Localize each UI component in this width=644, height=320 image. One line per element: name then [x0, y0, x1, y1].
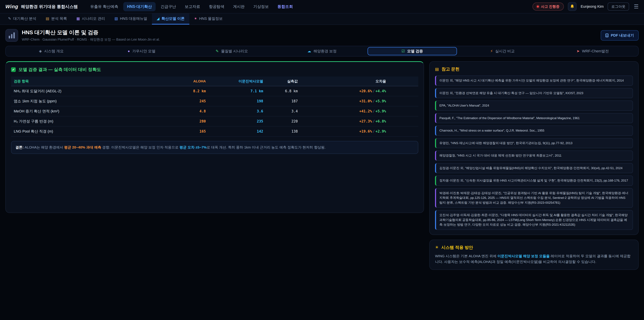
error-aloha: +20.6%	[359, 89, 372, 93]
cell-aloha: 280	[174, 116, 208, 126]
subnav-tab-icon: ✶	[194, 17, 197, 21]
section-tab[interactable]: ◈ 시스템 개요	[7, 47, 96, 55]
cell-aloha: 165	[174, 126, 208, 136]
error-model: +2.9%	[376, 129, 386, 133]
reference-item[interactable]: Charnock, H., "Wind stress on a water su…	[435, 126, 633, 136]
reference-item[interactable]: 박경래·이진호·박재문·김태성·김태성·이문진, "인공위성 원격탐사 기반 A…	[435, 188, 633, 208]
reference-item[interactable]: 이문진 외, "친환경 선박연료 해양 유출 시 대기확산 특성 연구 — 암모…	[435, 88, 633, 98]
cell-measured: 3.4	[266, 106, 300, 116]
validation-panel: ✔ 모델 검증 결과 — 실측 데이터 대비 정확도 검증 항목 ALOHA 이…	[5, 61, 424, 213]
subnav-tab-icon: ▧	[114, 17, 118, 21]
error-separator: /	[373, 109, 375, 113]
subnav-tab[interactable]: ▦ 시나리오 관리	[72, 14, 110, 25]
application-text: WING 시스템은 기본 ALOHA 엔진 위에 이문진박사모델 해양 보정 모…	[435, 253, 633, 265]
main-menu-item[interactable]: 게시판	[230, 2, 248, 11]
subnav-tab[interactable]: ▤ 분석 목록	[41, 14, 72, 25]
incident-status-badge[interactable]: 사고 진행중	[532, 3, 564, 11]
section-tab-label: WRF-Chem발전	[582, 49, 609, 54]
reference-item[interactable]: 오진석·김주영·이득재·김용한·최준·이문진, "다항목 HNS 데이터의 실시…	[435, 210, 633, 230]
reference-text: 유영민, "HNS 재난사고에 대한 해양경찰의 대응 방안", 한국위기관리논…	[440, 141, 572, 145]
section-tab[interactable]: ☁ 해양환경 보정	[278, 47, 366, 55]
cell-item: LNG Pool 확산 직경 (m)	[11, 126, 174, 136]
column-header-error: 오차율	[300, 77, 418, 86]
reference-item[interactable]: 정차용·이문진 외, "신속한 의사결정을 위한 HNS 사고이력관리시스템 설…	[435, 176, 633, 186]
right-column: ▤ 참고 문헌 이문진 외, "해양 HNS 사고 시 대기확산 예측을 위한 …	[429, 61, 639, 270]
subnav-tab[interactable]: ✶ HNS 물질정보	[189, 14, 228, 25]
reference-text: 정차용·이문진 외, "신속한 의사결정을 위한 HNS 사고이력관리시스템 설…	[440, 179, 628, 182]
sub-navigation: ✎ 대기확산 분석 ▤ 분석 목록 ▦ 시나리오 관리 ▧ HNS 대응매뉴얼 …	[0, 14, 644, 25]
cell-measured: 6.8 km	[266, 86, 300, 96]
section-tab[interactable]: ☑ 모델 검증	[368, 47, 457, 55]
bell-icon	[570, 4, 574, 9]
reference-text: EPA, "ALOHA User's Manual", 2024	[440, 104, 489, 107]
lightbulb-icon: ☀	[435, 245, 439, 250]
table-row: 염소 1km 지점 농도 (ppm) 245 198 187 +31.0%/+5…	[11, 96, 418, 106]
notifications-bell-button[interactable]	[568, 2, 576, 11]
reference-item[interactable]: 이문진 외, "해양 HNS 사고 시 대기확산 예측을 위한 가우시안 모델의…	[435, 76, 633, 86]
book-icon: ▤	[435, 67, 439, 72]
reference-item[interactable]: 해양경찰청, "HNS 사고 시 국가 대비 대응 체제 선진화 방안 연구용역…	[435, 151, 633, 161]
cell-measured: 220	[266, 116, 300, 126]
reference-item[interactable]: 김정겸·이문진 외, "해양산업시설 배출 위험유해물질(HNS)의 해양확산 …	[435, 163, 633, 173]
table-row: NH₃ 최대 도달거리 (AEGL-2) 8.2 km 7.1 km 6.8 k…	[11, 86, 418, 96]
reference-item[interactable]: Pasquill, F., "The Estimation of the Dis…	[435, 113, 633, 123]
section-tab-label: 해양환경 보정	[314, 49, 336, 54]
page-header-left: HNS 대기확산 모델 이론 및 검증 WRF-Chem · Gaussian …	[5, 29, 160, 42]
column-header-aloha: ALOHA	[174, 77, 208, 86]
cell-measured: 138	[266, 126, 300, 136]
reference-text: 이문진 외, "친환경 선박연료 해양 유출 시 대기확산 특성 연구 — 암모…	[440, 91, 583, 95]
incident-status-label: 사고 진행중	[541, 4, 560, 9]
table-header-row: 검증 항목 ALOHA 이문진박사모델 실측값 오차율	[11, 77, 418, 86]
section-tab[interactable]: ⚡ 실시간 비교	[458, 47, 547, 55]
application-panel: ☀ 시스템 적용 방안 WING 시스템은 기본 ALOHA 엔진 위에 이문진…	[429, 240, 639, 270]
hamburger-menu-icon[interactable]: ☰	[634, 3, 639, 10]
cell-error: +31.0%/+5.9%	[300, 96, 418, 106]
reference-text: 김정겸·이문진 외, "해양산업시설 배출 위험유해물질(HNS)의 해양확산 …	[440, 166, 622, 170]
section-tab-label: 모델 검증	[407, 49, 423, 54]
subnav-tab-label: HNS 물질정보	[199, 16, 223, 21]
reference-list: 이문진 외, "해양 HNS 사고 시 대기확산 예측을 위한 가우시안 모델의…	[435, 76, 633, 230]
main-menu-item[interactable]: 유출유 확산예측	[86, 2, 122, 11]
pdf-export-button[interactable]: PDF 내보내기	[601, 30, 639, 41]
error-model: +5.9%	[376, 99, 386, 103]
top-navigation: Wing 해양환경 위기대응 통합시스템 유출유 확산예측 HNS·대기확산 긴…	[0, 0, 644, 14]
cell-model: 142	[208, 126, 266, 136]
main-menu-item[interactable]: 긴급구난	[157, 2, 180, 11]
error-separator: /	[373, 119, 375, 123]
subnav-tab-label: 확산모델 이론	[162, 16, 185, 21]
error-aloha: +27.3%	[359, 119, 372, 123]
user-name: Eunjeong Kim	[580, 4, 604, 9]
main-menu-item[interactable]: 보고자료	[181, 2, 204, 11]
main-menu-item[interactable]: 항공탐색	[205, 2, 228, 11]
section-tab-icon: ✎	[216, 49, 219, 53]
section-tab-icon: ☑	[402, 49, 405, 53]
cell-error: +27.3%/+6.8%	[300, 116, 418, 126]
cell-error: +41.2%/+5.9%	[300, 106, 418, 116]
section-tab[interactable]: ✎ 물질별 시나리오	[187, 47, 276, 55]
main-menu-item[interactable]: 통합조회	[274, 2, 297, 11]
section-tab[interactable]: ➤ WRF-Chem발전	[548, 47, 637, 55]
reference-text: Charnock, H., "Wind stress on a water su…	[440, 129, 544, 132]
check-icon: ✔	[11, 67, 16, 72]
alert-dot-icon	[537, 6, 539, 8]
reference-item[interactable]: EPA, "ALOHA User's Manual", 2024	[435, 101, 633, 111]
subnav-tab-label: 시나리오 관리	[82, 16, 105, 21]
validation-table: 검증 항목 ALOHA 이문진박사모델 실측값 오차율 NH₃ 최대 도달거리 …	[11, 77, 418, 137]
page-header: HNS 대기확산 모델 이론 및 검증 WRF-Chem · Gaussian …	[0, 25, 644, 45]
section-tab[interactable]: ● 가우시안 모델	[97, 47, 186, 55]
reference-text: 박경래·이진호·박재문·김태성·김태성·이문진, "인공위성 원격탐사 기반 A…	[440, 191, 628, 204]
cell-aloha: 245	[174, 96, 208, 106]
subnav-tab-label: HNS 대응매뉴얼	[120, 16, 147, 21]
main-menu-item[interactable]: HNS·대기확산	[123, 2, 156, 11]
subnav-tab[interactable]: ◢ 확산모델 이론	[152, 14, 189, 25]
error-aloha: +19.6%	[359, 129, 372, 133]
chart-icon	[5, 29, 18, 42]
subnav-tab[interactable]: ▧ HNS 대응매뉴얼	[110, 14, 152, 25]
subnav-tab[interactable]: ✎ 대기확산 분석	[3, 14, 41, 25]
section-tab-icon: ➤	[576, 49, 580, 53]
error-separator: /	[373, 89, 375, 93]
reference-item[interactable]: 유영민, "HNS 재난사고에 대한 해양경찰의 대응 방안", 한국위기관리논…	[435, 138, 633, 148]
cell-item: NH₃ 최대 도달거리 (AEGL-2)	[11, 86, 174, 96]
main-menu-item[interactable]: 기상정보	[250, 2, 272, 11]
logout-button[interactable]: 로그아웃	[608, 3, 629, 11]
